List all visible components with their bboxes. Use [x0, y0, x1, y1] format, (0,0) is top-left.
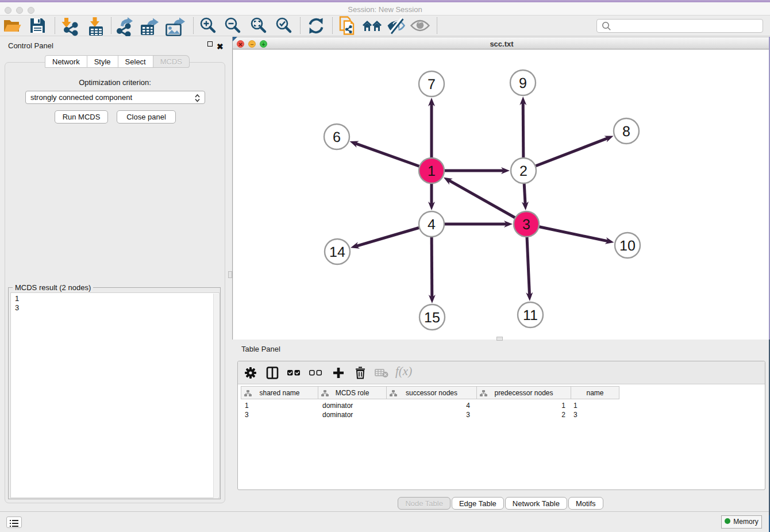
svg-text:10: 10 — [619, 238, 636, 254]
svg-text:1: 1 — [428, 163, 436, 179]
svg-text:11: 11 — [523, 307, 538, 323]
svg-text:15: 15 — [424, 310, 440, 326]
svg-text:2: 2 — [519, 163, 528, 179]
svg-text:9: 9 — [519, 75, 527, 91]
svg-text:4: 4 — [428, 217, 436, 233]
svg-text:6: 6 — [333, 129, 341, 145]
svg-text:14: 14 — [329, 244, 345, 260]
svg-text:8: 8 — [622, 124, 630, 140]
svg-text:7: 7 — [428, 76, 436, 92]
svg-text:3: 3 — [522, 217, 530, 233]
